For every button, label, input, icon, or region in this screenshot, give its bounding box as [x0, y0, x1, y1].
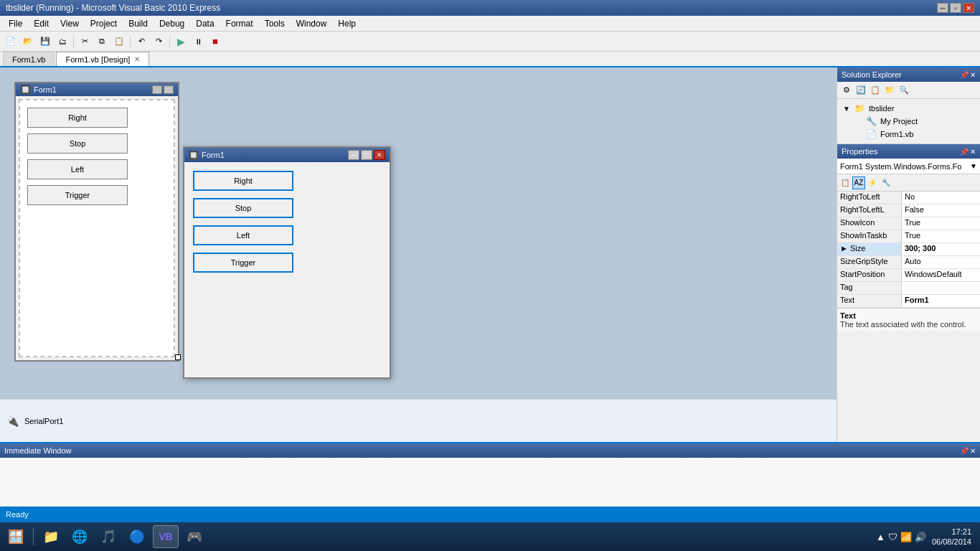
resize-handle[interactable] [175, 354, 181, 360]
toolbar-undo[interactable]: ↶ [133, 34, 149, 50]
minimize-button[interactable]: ─ [937, 3, 948, 13]
se-toolbar-btn1[interactable]: ⚙ [840, 84, 853, 97]
prop-value-showintaskb[interactable]: True [902, 230, 980, 242]
prop-value-startposition[interactable]: WindowsDefault [902, 269, 980, 281]
taskbar-winamp[interactable]: 🎮 [182, 525, 207, 548]
design-form-max-btn[interactable]: □ [164, 85, 174, 94]
menu-project[interactable]: Project [85, 17, 123, 30]
media-icon: 🎵 [100, 528, 117, 545]
window-controls: ─ ▫ ✕ [937, 3, 974, 13]
run-btn-trigger[interactable]: Trigger [193, 253, 293, 273]
prop-value-righttoleft[interactable]: No [902, 192, 980, 204]
tree-expand-solution: ▼ [843, 105, 852, 113]
se-toolbar-btn4[interactable]: 📁 [883, 84, 896, 97]
prop-close-icon[interactable]: ✕ [970, 148, 976, 156]
prop-row-sizegripstyle: SizeGripStyle Auto [837, 256, 980, 269]
properties-object-selector[interactable]: Form1 System.Windows.Forms.Fo ▼ [837, 159, 980, 174]
menu-format[interactable]: Format [220, 17, 259, 30]
tab-bar: Form1.vb Form1.vb [Design] ✕ [0, 52, 980, 67]
taskbar-media[interactable]: 🎵 [95, 525, 121, 548]
prop-value-text[interactable]: Form1 [902, 295, 980, 307]
prop-name-text: Text [837, 295, 902, 307]
tray-volume-icon[interactable]: 🔊 [915, 532, 926, 542]
tab-close-icon[interactable]: ✕ [134, 55, 140, 63]
running-form-title-text: Form1 [202, 151, 225, 159]
design-form-min-btn[interactable]: _ [152, 85, 162, 94]
close-button[interactable]: ✕ [963, 3, 974, 13]
prop-toolbar-events[interactable]: ⚡ [866, 176, 879, 189]
design-btn-trigger[interactable]: Trigger [27, 185, 128, 205]
design-form[interactable]: 🔲 Form1 _ □ Right Stop Left Trigger [14, 82, 179, 362]
panel-close-icon[interactable]: ✕ [970, 71, 976, 79]
toolbar-pause[interactable]: ⏸ [190, 34, 206, 50]
taskbar-explorer[interactable]: 📁 [38, 525, 64, 548]
toolbar-open[interactable]: 📂 [20, 34, 36, 50]
running-form-close-btn[interactable]: ✕ [374, 150, 385, 160]
prop-name-sizegripstyle: SizeGripStyle [837, 256, 902, 268]
toolbar-save[interactable]: 💾 [37, 34, 53, 50]
form1vb-icon: 📄 [866, 129, 877, 139]
toolbar-save-all[interactable]: 🗂 [55, 34, 70, 50]
tree-item-myproject[interactable]: 🔧 My Project [840, 115, 977, 128]
tray-shield-icon[interactable]: 🛡 [888, 532, 897, 542]
prop-value-righttoleftl[interactable]: False [902, 204, 980, 217]
tree-item-form1vb[interactable]: 📄 Form1.vb [840, 128, 977, 141]
immediate-window-body[interactable] [0, 458, 980, 508]
menu-build[interactable]: Build [123, 17, 154, 30]
prop-value-sizegripstyle[interactable]: Auto [902, 256, 980, 268]
tree-item-solution[interactable]: ▼ 📁 tbslider [840, 102, 977, 115]
menu-window[interactable]: Window [291, 17, 333, 30]
se-toolbar-btn2[interactable]: 🔄 [854, 84, 867, 97]
pin-icon[interactable]: 📌 [960, 71, 969, 79]
run-btn-right[interactable]: Right [193, 171, 293, 191]
prop-row-righttoleft: RightToLeft No [837, 192, 980, 204]
running-form-max-btn[interactable]: □ [361, 150, 372, 160]
tray-up-icon[interactable]: ▲ [876, 532, 885, 542]
design-btn-left[interactable]: Left [27, 159, 128, 179]
imm-close-icon[interactable]: ✕ [970, 447, 976, 455]
running-form[interactable]: 🔲 Form1 ─ □ ✕ Right Stop Left Trigger [183, 146, 391, 379]
imm-pin-icon[interactable]: 📌 [960, 447, 969, 455]
design-btn-right[interactable]: Right [27, 108, 128, 128]
prop-pin-icon[interactable]: 📌 [960, 148, 969, 156]
title-bar: tbslider (Running) - Microsoft Visual Ba… [0, 0, 980, 16]
menu-help[interactable]: Help [332, 17, 362, 30]
toolbar-cut[interactable]: ✂ [77, 34, 93, 50]
design-btn-stop[interactable]: Stop [27, 133, 128, 154]
taskbar-chrome[interactable]: 🔵 [124, 525, 150, 548]
toolbar-paste[interactable]: 📋 [111, 34, 127, 50]
prop-toolbar-cat[interactable]: 📋 [839, 176, 852, 189]
properties-dropdown-icon[interactable]: ▼ [970, 162, 977, 170]
toolbar-new[interactable]: 📄 [3, 34, 19, 50]
toolbar-start[interactable]: ▶ [173, 34, 189, 50]
run-btn-left[interactable]: Left [193, 225, 293, 245]
taskbar-start-btn[interactable]: 🪟 [3, 525, 29, 548]
solution-explorer-title: Solution Explorer 📌 ✕ [837, 67, 980, 82]
prop-value-tag[interactable] [902, 282, 980, 294]
menu-data[interactable]: Data [190, 17, 220, 30]
prop-toolbar-prop[interactable]: 🔧 [880, 176, 892, 189]
menu-debug[interactable]: Debug [154, 17, 190, 30]
run-btn-stop[interactable]: Stop [193, 198, 293, 218]
menu-file[interactable]: File [3, 17, 28, 30]
prop-value-size[interactable]: 300; 300 [902, 243, 980, 255]
toolbar-copy[interactable]: ⧉ [94, 34, 110, 50]
toolbar-redo[interactable]: ↷ [151, 34, 166, 50]
tab-form1-design[interactable]: Form1.vb [Design] ✕ [56, 52, 149, 66]
menu-edit[interactable]: Edit [28, 17, 55, 30]
menu-tools[interactable]: Tools [259, 17, 291, 30]
maximize-button[interactable]: ▫ [950, 3, 961, 13]
running-form-min-btn[interactable]: ─ [348, 150, 359, 160]
se-toolbar-btn5[interactable]: 🔍 [897, 84, 910, 97]
tab-form1-vb[interactable]: Form1.vb [3, 52, 55, 66]
tray-network-icon[interactable]: 📶 [900, 532, 912, 542]
toolbar-stop[interactable]: ■ [207, 34, 223, 50]
menu-view[interactable]: View [55, 17, 85, 30]
prop-toolbar-alpha[interactable]: AZ [852, 176, 865, 189]
se-toolbar-btn3[interactable]: 📋 [869, 84, 882, 97]
prop-value-showicon[interactable]: True [902, 217, 980, 230]
taskbar-vb[interactable]: VB [153, 525, 179, 548]
taskbar-ie[interactable]: 🌐 [67, 525, 93, 548]
prop-name-righttoleft: RightToLeft [837, 192, 902, 204]
properties-title: Properties 📌 ✕ [837, 144, 980, 159]
